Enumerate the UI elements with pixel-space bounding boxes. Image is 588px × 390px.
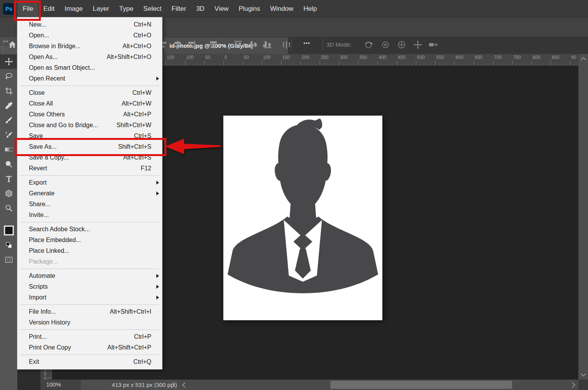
menu-item-shortcut: Ctrl+Q (133, 358, 151, 365)
menubar-item-edit[interactable]: Edit (38, 0, 59, 17)
scroll-down-icon[interactable] (581, 371, 586, 377)
roll-3d-icon[interactable] (380, 40, 390, 50)
menubar-item-select[interactable]: Select (138, 0, 166, 17)
file-menu-item-open[interactable]: Open...Ctrl+O (17, 30, 162, 41)
file-menu-item-place-embedded[interactable]: Place Embedded... (17, 235, 162, 245)
file-menu-item-invite[interactable]: Invite... (17, 210, 162, 220)
ruler-label: 600 (456, 55, 463, 60)
file-menu-item-browse-in-bridge[interactable]: Browse in Bridge...Alt+Ctrl+O (17, 41, 162, 52)
file-menu-item-export[interactable]: Export (17, 177, 162, 188)
menubar-item-3d[interactable]: 3D (191, 0, 209, 17)
vertical-scrollbar[interactable] (578, 54, 588, 380)
file-menu-item-save[interactable]: SaveCtrl+S (17, 131, 162, 141)
ruler-label: 100 (263, 55, 271, 60)
dolly-3d-icon[interactable] (428, 40, 438, 50)
menubar-item-layer[interactable]: Layer (88, 0, 114, 17)
menu-item-label: Import (29, 294, 158, 301)
menubar-item-plugins[interactable]: Plugins (234, 0, 265, 17)
align-center-icon[interactable] (173, 40, 183, 50)
file-menu-item-version-history[interactable]: Version History (17, 317, 162, 328)
ruler-label: 450 (398, 55, 405, 60)
file-menu-item-close-all[interactable]: Close AllAlt+Ctrl+W (17, 98, 162, 109)
align-bottom-icon[interactable] (263, 40, 273, 50)
file-menu-item-open-as[interactable]: Open As...Alt+Shift+Ctrl+O (17, 52, 162, 62)
document-canvas[interactable] (223, 116, 382, 320)
menu-item-label: New... (29, 21, 134, 28)
panel-grip-icon (2, 39, 3, 51)
distribute-centers-icon[interactable] (208, 40, 218, 50)
menu-item-label: Open As... (29, 54, 107, 61)
menu-item-shortcut: Shift+Ctrl+S (118, 143, 151, 150)
file-menu-item-automate[interactable]: Automate (17, 271, 162, 281)
scroll-up-icon[interactable] (581, 57, 586, 62)
menu-item-label: Browse in Bridge... (29, 43, 122, 50)
file-menu-item-save-a-copy[interactable]: Save a Copy...Alt+Ctrl+S (17, 152, 162, 163)
scroll-right-icon[interactable] (570, 382, 575, 388)
file-menu-item-revert[interactable]: RevertF12 (17, 163, 162, 174)
foreground-color-button[interactable] (0, 223, 17, 238)
photoshop-window: id-photo.jpg @ 100% (Gray/8#) * × 150100… (0, 0, 588, 390)
align-right-icon[interactable] (187, 40, 197, 50)
default-colors-button[interactable] (0, 238, 17, 252)
dodge-tool-button[interactable] (0, 157, 17, 171)
submenu-arrow-icon (156, 181, 159, 185)
quick-mask-mode-button[interactable] (0, 252, 17, 267)
home-icon[interactable] (8, 40, 17, 49)
menubar-item-type[interactable]: Type (114, 0, 138, 17)
menu-item-label: Place Embedded... (29, 237, 158, 244)
file-menu-item-close-and-go-to-bridge[interactable]: Close and Go to Bridge...Shift+Ctrl+W (17, 120, 162, 131)
slide-3d-icon[interactable] (413, 40, 423, 50)
file-menu-item-generate[interactable]: Generate (17, 188, 162, 199)
file-menu-item-scripts[interactable]: Scripts (17, 281, 162, 292)
horizontal-scrollbar[interactable] (177, 380, 578, 390)
orbit-3d-icon[interactable] (364, 40, 374, 50)
zoom-tool-button[interactable] (0, 201, 17, 215)
menubar-item-window[interactable]: Window (265, 0, 298, 17)
file-menu-item-exit[interactable]: ExitCtrl+Q (17, 356, 162, 367)
distribute-horizontal-icon[interactable] (281, 40, 291, 50)
eyedropper-tool-button[interactable] (0, 98, 17, 113)
menu-item-label: Save a Copy... (29, 154, 123, 161)
lasso-tool-button[interactable] (0, 69, 17, 84)
brush-tool-button[interactable] (0, 113, 17, 128)
file-menu-item-save-as[interactable]: Save As...Shift+Ctrl+S (17, 141, 162, 152)
gradient-tool-button[interactable] (0, 142, 17, 157)
file-menu-item-print[interactable]: Print...Ctrl+P (17, 331, 162, 342)
menu-item-shortcut: Ctrl+O (133, 32, 151, 39)
scrollbar-thumb[interactable] (330, 381, 512, 389)
align-middle-icon[interactable] (248, 40, 258, 50)
scroll-left-icon[interactable] (182, 382, 188, 388)
menubar-item-filter[interactable]: Filter (167, 0, 191, 17)
menubar-item-view[interactable]: View (209, 0, 234, 17)
type-tool-button[interactable] (0, 171, 17, 186)
file-menu-item-close-others[interactable]: Close OthersAlt+Ctrl+P (17, 109, 162, 120)
menubar-item-file[interactable]: File (18, 0, 38, 17)
file-menu-item-open-recent[interactable]: Open Recent (17, 73, 162, 84)
file-menu-item-share[interactable]: Share... (17, 199, 162, 210)
file-menu-item-import[interactable]: Import (17, 292, 162, 303)
menubar-item-help[interactable]: Help (298, 0, 322, 17)
ruler-label: 150 (282, 55, 290, 60)
file-menu-item-print-one-copy[interactable]: Print One CopyAlt+Shift+Ctrl+P (17, 342, 162, 353)
more-options-button[interactable]: ••• (303, 40, 310, 46)
align-top-icon[interactable] (233, 40, 243, 50)
file-menu-item-open-as-smart-object[interactable]: Open as Smart Object... (17, 62, 162, 73)
ruler-label: 650 (475, 55, 482, 60)
file-menu-item-new[interactable]: New...Ctrl+N (17, 19, 162, 30)
move-tool-button[interactable] (0, 54, 17, 69)
file-menu-item-file-info[interactable]: File Info...Alt+Shift+Ctrl+I (17, 306, 162, 317)
menubar-item-image[interactable]: Image (60, 0, 88, 17)
menu-item-shortcut: Ctrl+S (134, 133, 151, 140)
file-menu-item-place-linked[interactable]: Place Linked... (17, 245, 162, 256)
shape-tool-button[interactable] (0, 186, 17, 201)
submenu-arrow-icon (156, 192, 159, 195)
zoom-level-field[interactable]: 100% (46, 381, 61, 388)
menu-item-label: Open as Smart Object... (29, 64, 158, 71)
file-menu-item-search-adobe-stock[interactable]: Search Adobe Stock... (17, 224, 162, 235)
pan-3d-icon[interactable] (397, 40, 407, 50)
menu-item-shortcut: Ctrl+W (132, 89, 151, 96)
menu-item-label: Exit (29, 358, 133, 365)
crop-tool-button[interactable] (0, 84, 17, 98)
file-menu-item-close[interactable]: CloseCtrl+W (17, 87, 162, 98)
mixer-brush-tool-button[interactable] (0, 128, 17, 142)
